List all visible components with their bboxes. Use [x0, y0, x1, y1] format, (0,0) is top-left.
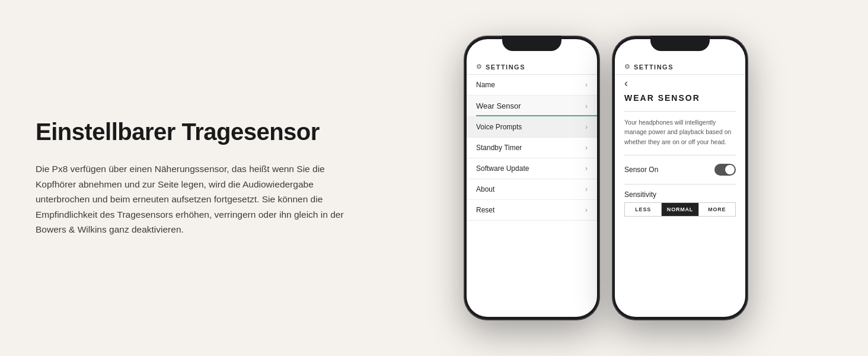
sensor-toggle[interactable] — [714, 164, 736, 176]
chevron-standby-timer: › — [585, 144, 588, 152]
phone-1-screen: ⚙ SETTINGS Name › Wear Sensor › — [467, 39, 597, 317]
menu-label-about: About — [476, 185, 494, 193]
text-section: Einstellbarer Tragesensor Die Px8 verfüg… — [36, 119, 379, 237]
menu-label-name: Name — [476, 81, 495, 89]
sensitivity-divider — [624, 184, 736, 185]
phone-1: ⚙ SETTINGS Name › Wear Sensor › — [464, 36, 600, 320]
wear-sensor-page-divider — [624, 111, 736, 112]
wear-sensor-page-title: WEAR SENSOR — [624, 93, 736, 103]
phone-2: ⚙ SETTINGS ‹ WEAR SENSOR Your headphones… — [612, 36, 748, 320]
sens-normal-button[interactable]: NORMAL — [662, 203, 698, 216]
menu-label-wear-sensor: Wear Sensor — [476, 101, 521, 110]
menu-label-reset: Reset — [476, 206, 494, 214]
sensitivity-buttons: LESS NORMAL MORE — [624, 202, 736, 217]
body-text: Die Px8 verfügen über einen Näherungssen… — [36, 161, 344, 237]
chevron-software-update: › — [585, 164, 588, 173]
menu-item-standby-timer[interactable]: Standby Timer › — [467, 138, 597, 158]
menu-item-about[interactable]: About › — [467, 179, 597, 200]
sensitivity-section: Sensitivity LESS NORMAL MORE — [624, 190, 736, 217]
phones-section: ⚙ SETTINGS Name › Wear Sensor › — [379, 0, 832, 356]
phone-2-screen: ⚙ SETTINGS ‹ WEAR SENSOR Your headphones… — [615, 39, 745, 317]
sens-less-button[interactable]: LESS — [625, 203, 662, 216]
sensor-on-label: Sensor On — [624, 166, 658, 174]
sensor-on-row: Sensor On — [624, 161, 736, 178]
wear-sensor-page: WEAR SENSOR Your headphones will intelli… — [615, 91, 745, 317]
menu-item-name[interactable]: Name › — [467, 75, 597, 96]
chevron-about: › — [585, 185, 588, 193]
page-heading: Einstellbarer Tragesensor — [36, 119, 344, 145]
phone-2-notch — [650, 36, 710, 51]
phone-1-notch — [502, 36, 561, 51]
back-button[interactable]: ‹ — [615, 75, 745, 91]
phone-1-content: ⚙ SETTINGS Name › Wear Sensor › — [467, 39, 597, 317]
settings-title-2: SETTINGS — [634, 63, 674, 71]
phone-1-menu-list: Name › Wear Sensor › Voice Prompts › — [467, 75, 597, 317]
menu-label-software-update: Software Update — [476, 164, 529, 173]
settings-icon-1: ⚙ — [476, 63, 482, 71]
chevron-voice-prompts: › — [585, 123, 588, 131]
menu-item-reset[interactable]: Reset › — [467, 200, 597, 221]
menu-item-software-update[interactable]: Software Update › — [467, 158, 597, 179]
settings-icon-2: ⚙ — [624, 63, 630, 71]
page-wrapper: Einstellbarer Tragesensor Die Px8 verfüg… — [0, 0, 868, 356]
menu-label-standby-timer: Standby Timer — [476, 144, 522, 152]
menu-item-wear-sensor[interactable]: Wear Sensor › — [467, 96, 597, 117]
chevron-wear-sensor: › — [585, 102, 588, 110]
settings-title-1: SETTINGS — [486, 63, 525, 71]
phone-1-header: ⚙ SETTINGS — [467, 58, 597, 74]
menu-label-voice-prompts: Voice Prompts — [476, 123, 522, 131]
sensitivity-label: Sensitivity — [624, 190, 736, 199]
wear-sensor-divider-2 — [624, 155, 736, 155]
toggle-knob — [725, 165, 735, 174]
phone-2-content: ⚙ SETTINGS ‹ WEAR SENSOR Your headphones… — [615, 39, 745, 317]
phone-2-header: ⚙ SETTINGS — [615, 58, 745, 74]
wear-sensor-underline — [476, 115, 597, 116]
menu-item-voice-prompts[interactable]: Voice Prompts › — [467, 117, 597, 138]
sens-more-button[interactable]: MORE — [699, 203, 735, 216]
chevron-reset: › — [585, 206, 588, 214]
wear-sensor-description: Your headphones will intelligently manag… — [624, 117, 736, 147]
chevron-name: › — [585, 81, 588, 89]
